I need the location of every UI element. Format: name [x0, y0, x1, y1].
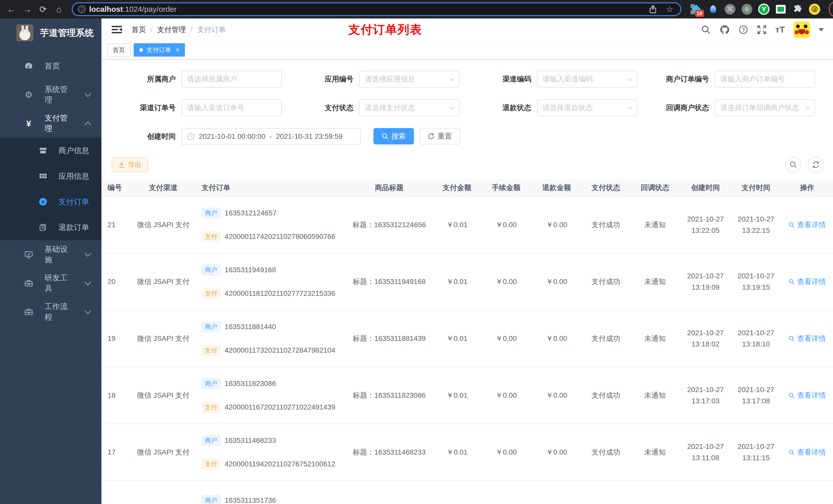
field-label: 应用编号 — [289, 74, 354, 84]
merchant-tag: 商户 — [201, 208, 220, 218]
extension-command-icon[interactable]: ⌘ — [724, 4, 736, 15]
document-icon — [38, 223, 48, 232]
breadcrumb-separator: / — [191, 26, 193, 34]
profile-emoji-icon[interactable]: 😜 — [809, 4, 820, 15]
extensions-tray: 10 ⌘ Y 😜 — [691, 4, 820, 15]
dashboard-icon — [24, 62, 34, 71]
sidebar-item-infra[interactable]: 基础设施 — [0, 240, 101, 269]
avatar-dropdown-caret-icon[interactable] — [819, 28, 824, 34]
site-info-icon[interactable]: ⓘ — [78, 5, 86, 13]
col-fee: 手续金额 — [481, 179, 531, 196]
refund-status-select[interactable]: 请选择退款状态 — [537, 99, 637, 116]
clock-icon — [187, 133, 195, 140]
notify-status-select[interactable]: 请选择订单回调商户状态 — [715, 99, 815, 116]
app-select[interactable]: 请选择应用信息 — [359, 71, 459, 88]
col-pay-order: 支付订单 — [194, 179, 345, 196]
pay-tag: 支付 — [201, 345, 220, 356]
sidebar-item-merchant-info[interactable]: 商户信息 — [0, 138, 101, 163]
magnifier-icon — [788, 449, 794, 455]
extension-chat-icon[interactable] — [775, 4, 786, 15]
channel-code-select[interactable]: 请输入渠道编码 — [537, 71, 637, 88]
svg-text:?: ? — [742, 27, 745, 32]
toggle-search-button[interactable] — [785, 157, 801, 173]
sidebar-item-refund-order[interactable]: 退款订单 — [0, 215, 101, 240]
extension-badge: 10 — [695, 10, 704, 17]
breadcrumb: 首页 / 支付管理 / 支付订单 — [132, 25, 226, 34]
magnifier-icon — [788, 392, 794, 399]
channel-order-no-input[interactable] — [181, 99, 282, 116]
browser-update-button[interactable]: 更新 — [829, 2, 833, 17]
extension-y-icon[interactable]: Y — [758, 4, 769, 15]
forward-icon[interactable]: → — [21, 3, 34, 16]
merchant-tag: 商户 — [201, 378, 220, 389]
sidebar-item-pay[interactable]: ¥ 支付管理 — [0, 109, 101, 138]
view-detail-link[interactable]: 查看详情 — [788, 334, 826, 343]
tag-close-icon[interactable]: × — [176, 46, 179, 53]
refresh-icon — [812, 161, 820, 169]
sidebar-item-app-info[interactable]: 应用信息 — [0, 163, 101, 189]
merchant-tag: 商户 — [201, 265, 220, 275]
extension-balloon-icon[interactable] — [708, 4, 719, 15]
table-row: 20 微信 JSAPI 支付 商户1635311949168 支付4200001… — [101, 253, 833, 310]
create-time-range-picker[interactable]: 2021-10-01 00:00:00 - 2021-10-31 23:59:5… — [181, 128, 361, 145]
fullscreen-icon[interactable] — [757, 25, 767, 34]
bookmark-star-icon[interactable]: ☆ — [664, 4, 675, 14]
help-icon[interactable]: ? — [738, 25, 748, 34]
share-icon[interactable] — [649, 5, 660, 14]
browser-toolbar: ← → ⟳ ⌂ ⓘ localhost:1024/pay/order ☆ 10 … — [0, 0, 833, 19]
logo-rabbit-image — [16, 24, 33, 41]
breadcrumb-pay: 支付管理 — [157, 25, 186, 34]
search-button[interactable]: 搜索 — [374, 128, 414, 144]
export-button[interactable]: 导出 — [112, 157, 148, 172]
col-refund: 退款金额 — [531, 179, 582, 196]
view-detail-link[interactable]: 查看详情 — [788, 277, 826, 287]
breadcrumb-home[interactable]: 首页 — [132, 25, 146, 34]
col-pay-status: 支付状态 — [582, 179, 630, 196]
extension-record-icon[interactable] — [741, 4, 753, 15]
reset-button[interactable]: 重置 — [420, 128, 460, 144]
pay-status-select[interactable]: 请选择支付状态 — [359, 99, 459, 116]
extension-diamond-icon[interactable]: 10 — [691, 4, 702, 15]
page-content: 所属商户 应用编号 请选择应用信息 渠道编码 — [101, 59, 833, 504]
view-detail-link[interactable]: 查看详情 — [788, 220, 826, 230]
tag-home[interactable]: 首页 — [107, 43, 130, 56]
sidebar-fold-icon[interactable] — [112, 25, 122, 34]
tag-pay-order[interactable]: 支付订单 × — [134, 43, 185, 56]
field-label: 渠道编码 — [467, 74, 531, 84]
merchant-input[interactable] — [181, 71, 282, 88]
sidebar-item-pay-order[interactable]: ¥ 支付订单 — [0, 189, 101, 215]
font-size-icon[interactable]: тT — [776, 25, 785, 34]
breadcrumb-separator: / — [151, 26, 153, 34]
search-icon[interactable] — [701, 25, 711, 34]
sidebar-item-workflow[interactable]: 工作流程 — [0, 297, 101, 326]
home-icon[interactable]: ⌂ — [52, 3, 66, 16]
sidebar-item-devtools[interactable]: 研发工具 — [0, 269, 101, 297]
merchant-tag: 商户 — [201, 495, 220, 504]
user-avatar[interactable] — [793, 22, 810, 38]
page-header: 首页 / 支付管理 / 支付订单 支付订单列表 ? — [101, 19, 833, 41]
sidebar-item-system[interactable]: ⚙ 系统管理 — [0, 80, 101, 109]
field-label: 回调商户状态 — [645, 103, 709, 113]
address-bar[interactable]: ⓘ localhost:1024/pay/order ☆ — [72, 2, 681, 16]
back-icon[interactable]: ← — [5, 3, 18, 16]
magnifier-icon — [788, 335, 794, 342]
pay-tag: 支付 — [201, 288, 220, 299]
sidebar-item-home[interactable]: 首页 — [0, 52, 101, 80]
chevron-down-icon — [85, 250, 91, 257]
yen-icon: ¥ — [24, 119, 34, 128]
view-detail-link[interactable]: 查看详情 — [788, 390, 826, 400]
pay-tag: 支付 — [201, 231, 220, 242]
extensions-puzzle-icon[interactable] — [792, 4, 803, 15]
refresh-table-button[interactable] — [808, 157, 824, 173]
field-label: 渠道订单号 — [112, 103, 176, 113]
svg-text:¥: ¥ — [42, 199, 44, 205]
field-label: 商户订单编号 — [645, 74, 709, 84]
view-detail-link[interactable]: 查看详情 — [788, 448, 826, 457]
table-row-partial: 商户1635311351736 — [101, 481, 833, 504]
reload-icon[interactable]: ⟳ — [37, 3, 50, 16]
github-icon[interactable] — [719, 25, 730, 35]
field-label: 退款状态 — [467, 103, 531, 113]
field-label: 创建时间 — [112, 131, 176, 141]
merchant-order-no-input[interactable] — [715, 71, 815, 88]
pay-submenu: 商户信息 应用信息 ¥ 支付订单 — [0, 138, 101, 240]
